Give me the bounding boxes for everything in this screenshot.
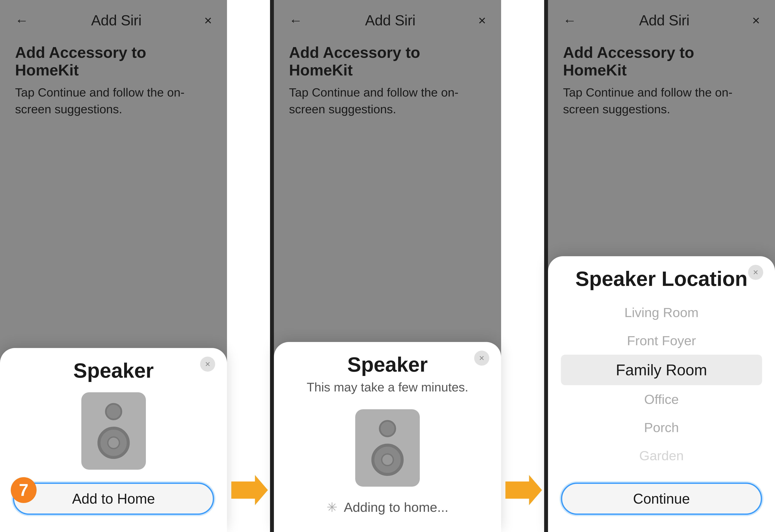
header-section-2: Add Accessory to HomeKit Tap Continue an… bbox=[274, 35, 501, 124]
location-family-room[interactable]: Family Room bbox=[561, 355, 762, 385]
card-title-2: Speaker bbox=[347, 353, 428, 376]
arrow-icon-2 bbox=[501, 473, 544, 507]
back-button-3[interactable]: ← bbox=[563, 13, 576, 28]
speaker-main-woofer bbox=[97, 427, 130, 459]
nav-title-1: Add Siri bbox=[91, 12, 141, 29]
location-garden[interactable]: Garden bbox=[561, 442, 762, 470]
location-front-foyer[interactable]: Front Foyer bbox=[561, 327, 762, 355]
nav-bar-3: ← Add Siri × bbox=[548, 0, 775, 35]
header-subtitle-2: Tap Continue and follow the on-screen su… bbox=[289, 84, 486, 118]
card-close-button-1[interactable]: × bbox=[200, 357, 215, 372]
speaker-icon-1 bbox=[81, 392, 146, 470]
arrow-2 bbox=[501, 0, 544, 532]
divider-1 bbox=[270, 0, 274, 532]
location-office[interactable]: Office bbox=[561, 385, 762, 413]
bottom-card-2: × Speaker This may take a few minutes. ✳… bbox=[274, 342, 501, 532]
close-button-1[interactable]: × bbox=[204, 13, 212, 28]
location-porch[interactable]: Porch bbox=[561, 413, 762, 442]
bottom-card-3: × Speaker Location Living Room Front Foy… bbox=[548, 256, 775, 532]
nav-title-3: Add Siri bbox=[639, 12, 689, 29]
step-badge-7: 7 bbox=[11, 477, 37, 503]
arrow-icon-1 bbox=[227, 473, 270, 507]
header-section-1: Add Accessory to HomeKit Tap Continue an… bbox=[0, 35, 227, 124]
screen-panel-1: ← Add Siri × Add Accessory to HomeKit Ta… bbox=[0, 0, 227, 532]
loading-text: Adding to home... bbox=[344, 500, 448, 515]
location-living-room[interactable]: Living Room bbox=[561, 298, 762, 327]
svg-marker-3 bbox=[505, 475, 542, 505]
card-close-button-2[interactable]: × bbox=[474, 351, 489, 366]
divider-2 bbox=[544, 0, 548, 532]
back-button-2[interactable]: ← bbox=[289, 13, 302, 28]
continue-button[interactable]: Continue bbox=[561, 483, 762, 515]
speaker-dust-cap-2 bbox=[381, 453, 394, 466]
screen-panel-3: ← Add Siri × Add Accessory to HomeKit Ta… bbox=[548, 0, 775, 532]
speaker-top-woofer-2 bbox=[379, 420, 396, 437]
speaker-top-woofer bbox=[105, 403, 122, 420]
add-to-home-button[interactable]: Add to Home bbox=[13, 483, 214, 515]
header-section-3: Add Accessory to HomeKit Tap Continue an… bbox=[548, 35, 775, 124]
card-subtitle-2: This may take a few minutes. bbox=[307, 380, 468, 394]
header-subtitle-3: Tap Continue and follow the on-screen su… bbox=[563, 84, 760, 118]
card-title-3: Speaker Location bbox=[575, 267, 747, 291]
close-button-3[interactable]: × bbox=[752, 13, 760, 28]
nav-bar-1: ← Add Siri × bbox=[0, 0, 227, 35]
location-list: Living Room Front Foyer Family Room Offi… bbox=[561, 298, 762, 470]
close-button-2[interactable]: × bbox=[478, 13, 486, 28]
svg-marker-1 bbox=[231, 475, 268, 505]
arrow-1 bbox=[227, 0, 270, 532]
bottom-card-1: × Speaker Add to Home 7 bbox=[0, 348, 227, 532]
back-button-1[interactable]: ← bbox=[15, 13, 28, 28]
header-title-2: Add Accessory to HomeKit bbox=[289, 44, 486, 79]
speaker-icon-2 bbox=[355, 409, 420, 487]
card-close-button-3[interactable]: × bbox=[748, 265, 763, 280]
header-title-3: Add Accessory to HomeKit bbox=[563, 44, 760, 79]
speaker-main-woofer-2 bbox=[371, 444, 404, 476]
spinner-icon: ✳ bbox=[327, 500, 337, 515]
nav-bar-2: ← Add Siri × bbox=[274, 0, 501, 35]
screen-panel-2: ← Add Siri × Add Accessory to HomeKit Ta… bbox=[274, 0, 501, 532]
header-subtitle-1: Tap Continue and follow the on-screen su… bbox=[15, 84, 212, 118]
speaker-dust-cap bbox=[107, 436, 120, 449]
loading-row: ✳ Adding to home... bbox=[327, 500, 448, 515]
nav-title-2: Add Siri bbox=[365, 12, 415, 29]
card-title-1: Speaker bbox=[73, 359, 154, 382]
header-title-1: Add Accessory to HomeKit bbox=[15, 44, 212, 79]
